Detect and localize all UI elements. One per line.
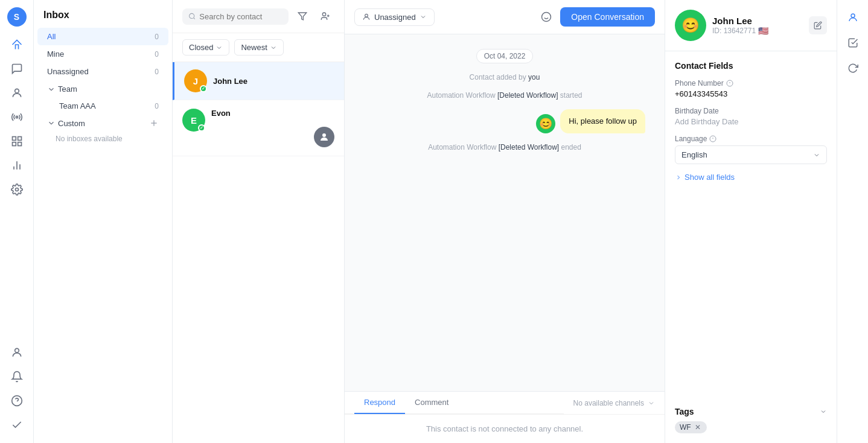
birthday-field-placeholder[interactable]: Add Birthday Date	[675, 117, 827, 126]
system-msg-1: Contact added by you	[364, 73, 645, 81]
user-icon	[362, 13, 371, 21]
contact-fields: Contact Fields Phone Number +60143345543…	[665, 51, 837, 407]
sidebar-team-section[interactable]: Team	[37, 80, 168, 98]
chevron-down-icon	[813, 151, 820, 159]
tag-remove-wf[interactable]: ✕	[694, 423, 702, 432]
user-avatar[interactable]: S	[7, 7, 27, 27]
sidebar-item-all[interactable]: All 0	[37, 28, 168, 45]
language-select[interactable]: English	[675, 145, 827, 164]
chart-icon[interactable]	[6, 155, 28, 176]
language-field-label: Language	[675, 135, 827, 143]
conv-list-header	[173, 0, 344, 33]
add-icon[interactable]	[149, 118, 159, 128]
svg-point-1	[16, 116, 18, 118]
far-right-contact-btn[interactable]	[843, 7, 863, 28]
footer-channels: No available channels	[564, 394, 665, 412]
sidebar: Inbox All 0 Mine 0 Unassigned 0 Team Tea…	[34, 0, 173, 443]
show-all-fields-link[interactable]: Show all fields	[675, 173, 827, 182]
sort-filter-btn[interactable]: Newest	[234, 39, 283, 56]
header-actions: Open Conversation	[537, 7, 655, 27]
conversations-icon[interactable]	[6, 58, 28, 80]
conv-agent-avatar-evon	[314, 127, 334, 147]
add-contact-btn[interactable]	[316, 7, 334, 25]
broadcast-icon[interactable]	[6, 106, 28, 128]
conversation-list: Closed Newest J ✓ John Lee E ✓ Evon	[173, 0, 345, 443]
far-right-info-btn[interactable]	[843, 58, 863, 78]
sidebar-custom-section[interactable]: Custom	[37, 114, 168, 132]
chevron-down-icon	[215, 44, 223, 51]
sidebar-item-unassigned[interactable]: Unassigned 0	[37, 63, 168, 80]
svg-line-16	[194, 18, 195, 19]
chevron-down-icon	[820, 408, 827, 415]
phone-field-label: Phone Number	[675, 79, 827, 88]
tags-label: Tags	[675, 407, 827, 416]
system-msg-3: Automation Workflow [Deleted Workflow] e…	[364, 143, 645, 151]
chevron-right-icon	[675, 174, 682, 181]
refresh-icon	[847, 63, 858, 74]
chevron-down-icon	[420, 13, 427, 21]
assign-dropdown[interactable]: Unassigned	[354, 8, 435, 26]
no-inbox-label: No inboxes available	[34, 132, 172, 145]
svg-rect-2	[12, 137, 16, 141]
grid-icon[interactable]	[6, 130, 28, 152]
tags-section: Tags WF ✕	[665, 407, 837, 443]
svg-point-23	[542, 13, 551, 22]
search-input[interactable]	[199, 12, 282, 21]
contact-icon	[847, 12, 858, 23]
far-right-history-btn[interactable]	[843, 33, 863, 53]
phone-field-value: +60143345543	[675, 89, 827, 98]
agent-avatar-icon	[319, 132, 330, 142]
language-field-row: Language English	[675, 135, 827, 164]
search-box	[182, 8, 289, 25]
msg-bubble-sent: Hi, please follow up	[560, 109, 645, 133]
tag-wf: WF ✕	[675, 421, 707, 433]
edit-contact-btn[interactable]	[809, 16, 827, 34]
birthday-field-row: Birthday Date Add Birthday Date	[675, 107, 827, 126]
conv-info-john-lee: John Lee	[213, 77, 334, 86]
date-badge: Oct 04, 2022	[476, 49, 534, 63]
settings-icon[interactable]	[6, 179, 28, 200]
svg-rect-4	[18, 142, 21, 146]
birthday-field-label: Birthday Date	[675, 107, 827, 115]
check-icon[interactable]	[6, 414, 28, 436]
notification-icon[interactable]	[6, 366, 28, 387]
right-actions	[809, 16, 827, 34]
search-icon	[188, 12, 196, 21]
filter-icon-btn[interactable]	[293, 7, 311, 25]
open-conversation-btn[interactable]: Open Conversation	[560, 7, 655, 27]
fields-title: Contact Fields	[675, 61, 827, 71]
svg-point-21	[322, 133, 326, 137]
svg-point-22	[365, 14, 368, 17]
contact-info: John Lee ID: 13642771 🇺🇸	[712, 16, 803, 36]
emoji-btn[interactable]	[537, 8, 555, 26]
sender-avatar: 😊	[536, 114, 555, 133]
person-icon[interactable]	[6, 342, 28, 363]
svg-point-18	[322, 13, 325, 16]
sidebar-item-mine[interactable]: Mine 0	[37, 45, 168, 63]
status-dot-john-lee: ✓	[200, 85, 207, 92]
svg-point-9	[15, 188, 18, 191]
filter-icon	[298, 11, 307, 21]
chevron-down-icon	[648, 400, 655, 407]
svg-point-0	[14, 89, 19, 93]
conv-info-evon: Evon	[211, 109, 334, 118]
tab-comment[interactable]: Comment	[405, 392, 458, 414]
flag-icon: 🇺🇸	[758, 26, 768, 36]
msg-row-sent: Hi, please follow up 😊	[364, 109, 645, 133]
sidebar-item-team-aaa[interactable]: Team AAA 0	[37, 98, 168, 114]
conv-item-john-lee[interactable]: J ✓ John Lee	[173, 62, 344, 100]
chevron-down-icon	[47, 85, 56, 94]
contacts-icon[interactable]	[6, 82, 28, 104]
status-filter-btn[interactable]: Closed	[182, 39, 229, 56]
svg-point-10	[14, 348, 19, 352]
help-icon[interactable]	[6, 390, 28, 412]
far-right-rail	[837, 0, 868, 443]
main-icon-rail: S	[0, 0, 34, 443]
chevron-down-icon	[270, 44, 277, 51]
system-msg-2: Automation Workflow [Deleted Workflow] s…	[364, 91, 645, 100]
conv-item-evon[interactable]: E ✓ Evon	[173, 100, 344, 156]
home-icon[interactable]	[6, 34, 28, 56]
footer-tabs-row: Respond Comment No available channels	[345, 392, 665, 415]
info-icon	[709, 135, 716, 142]
tab-respond[interactable]: Respond	[354, 392, 405, 414]
